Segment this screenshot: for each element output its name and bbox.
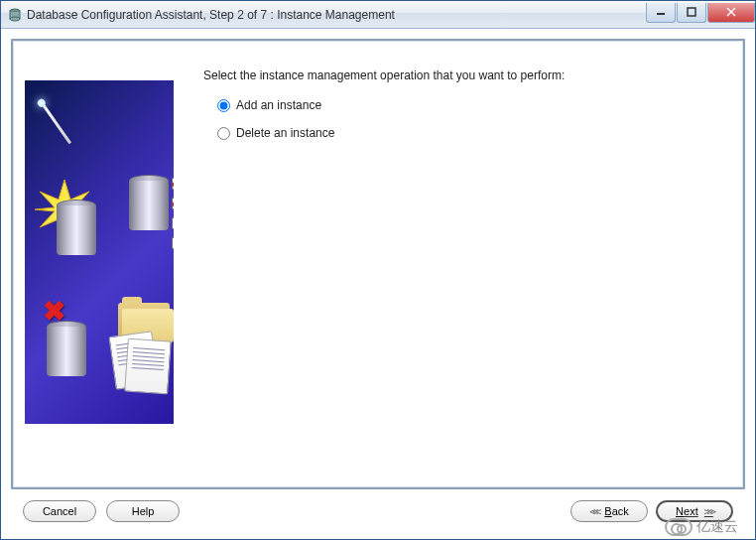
maximize-button[interactable]: [677, 3, 706, 23]
minimize-button[interactable]: [646, 3, 676, 23]
delete-instance-label[interactable]: Delete an instance: [236, 126, 334, 140]
add-instance-radio[interactable]: [217, 99, 230, 112]
close-icon: [726, 7, 736, 17]
back-arrows-icon: <<<: [589, 506, 598, 517]
window-title: Database Configuration Assistant, Step 2…: [27, 8, 645, 22]
checklist-graphic: ✔ ✔: [172, 178, 174, 257]
instruction-text: Select the instance management operation…: [203, 68, 713, 82]
window-controls: [645, 3, 755, 23]
wizard-panel: ✔ ✔ ✖ Select the instance ma: [11, 39, 745, 489]
wand-graphic: [41, 102, 71, 145]
database-cylinder-icon: [57, 200, 96, 255]
back-button[interactable]: <<< Back: [570, 500, 648, 522]
database-cylinder-icon: [47, 321, 86, 376]
svg-point-2: [10, 17, 20, 21]
option-add-instance[interactable]: Add an instance: [217, 98, 713, 112]
add-instance-label[interactable]: Add an instance: [236, 98, 321, 112]
database-cylinder-icon: [129, 175, 169, 230]
content-area: ✔ ✔ ✖ Select the instance ma: [1, 29, 755, 539]
titlebar: Database Configuration Assistant, Step 2…: [1, 1, 755, 29]
option-delete-instance[interactable]: Delete an instance: [217, 126, 713, 140]
wizard-step-content: Select the instance management operation…: [174, 41, 743, 487]
delete-instance-radio[interactable]: [217, 127, 230, 140]
maximize-icon: [687, 7, 696, 17]
close-button[interactable]: [707, 3, 755, 23]
svg-rect-4: [688, 8, 695, 16]
app-window: Database Configuration Assistant, Step 2…: [0, 0, 756, 540]
app-icon: [7, 7, 23, 23]
help-button[interactable]: Help: [106, 500, 180, 522]
instance-operation-group: Add an instance Delete an instance: [203, 98, 713, 140]
watermark-logo-icon: [665, 518, 693, 536]
next-arrows-icon: >>>: [704, 506, 713, 517]
cancel-button[interactable]: Cancel: [23, 500, 96, 522]
wizard-sidebar-image: ✔ ✔ ✖: [25, 80, 174, 424]
watermark: 亿速云: [665, 518, 738, 536]
wizard-button-bar: Cancel Help <<< Back Next >>>: [11, 489, 745, 529]
minimize-icon: [656, 7, 666, 17]
watermark-text: 亿速云: [696, 518, 738, 536]
